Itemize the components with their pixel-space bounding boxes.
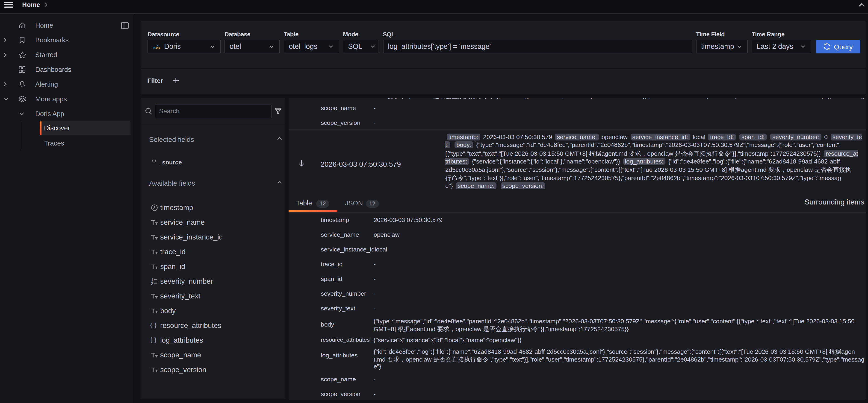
svg-text:SQL: SQL xyxy=(156,46,160,49)
svg-text:2: 2 xyxy=(151,281,154,285)
